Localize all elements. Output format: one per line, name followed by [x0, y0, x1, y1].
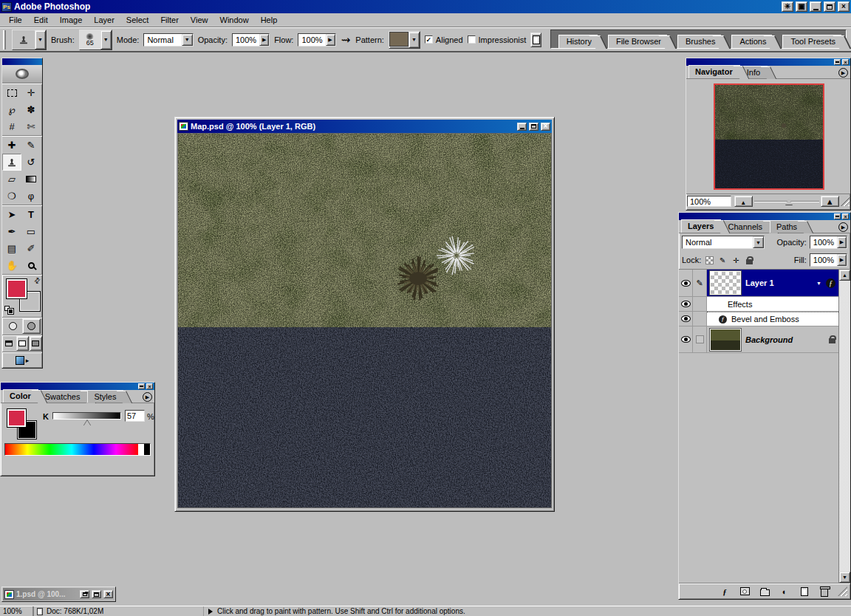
delete-layer-button[interactable]	[818, 586, 831, 597]
fullscreen-menubar-mode-button[interactable]	[16, 336, 29, 351]
impressionist-checkbox[interactable]	[468, 35, 476, 44]
k-channel-slider[interactable]	[52, 412, 121, 420]
tool-preset-dropdown-arrow[interactable]: ▼	[35, 30, 46, 49]
doc-minimize-button[interactable]	[517, 123, 527, 131]
scroll-up-button[interactable]: ▲	[839, 270, 850, 281]
layer-row-effects[interactable]: Effects	[679, 297, 838, 312]
status-doc-info-wrap[interactable]: Doc: 768K/1,02M	[34, 606, 204, 616]
lock-position-button[interactable]: ✛	[731, 256, 741, 265]
fullscreen-mode-button[interactable]	[30, 336, 42, 351]
add-layer-style-button[interactable]: ƒ	[718, 586, 731, 597]
layers-close-button[interactable]: ×	[842, 213, 849, 219]
pen-tool[interactable]: ✒	[2, 223, 21, 240]
color-foreground-swatch[interactable]	[7, 408, 27, 428]
new-layer-set-button[interactable]	[758, 586, 771, 597]
default-colors-icon[interactable]	[4, 306, 13, 314]
lasso-tool[interactable]: ℘	[2, 101, 21, 118]
minimized-doc-title-bar[interactable]: 1.psd @ 100... ×	[3, 588, 115, 600]
aux-button-2[interactable]: ▣	[796, 1, 807, 12]
brush-preset-picker[interactable]: 65 ▼	[79, 30, 112, 50]
black-chip[interactable]	[144, 444, 150, 455]
notes-tool[interactable]: ▤	[2, 240, 21, 257]
doc-maximize-button[interactable]	[529, 123, 539, 131]
spectrum-gradient[interactable]	[5, 444, 138, 455]
effects-label[interactable]: Effects	[728, 300, 752, 309]
zoom-tool[interactable]	[21, 257, 41, 274]
well-tab-tool-presets[interactable]: Tool Presets	[782, 35, 841, 48]
navigator-proxy-view[interactable]	[714, 83, 824, 190]
layer1-effects-badge[interactable]: ƒ	[826, 278, 835, 288]
brush-dropdown-arrow[interactable]: ▼	[100, 30, 112, 49]
magic-wand-tool[interactable]: ✽	[21, 101, 41, 118]
layers-opacity-input[interactable]: 100% ▶	[810, 236, 847, 249]
navigator-resize-grip[interactable]	[841, 196, 850, 206]
add-layer-mask-button[interactable]	[738, 586, 751, 597]
effects-visibility-toggle[interactable]	[679, 297, 693, 312]
tab-navigator[interactable]: Navigator	[688, 65, 740, 78]
layer-row-background[interactable]: Background	[679, 326, 838, 353]
flow-spin-arrow[interactable]: ▶	[326, 34, 335, 46]
minidoc-restore-button[interactable]	[80, 590, 89, 598]
menu-item-filter[interactable]: Filter	[154, 14, 184, 26]
navigator-zoom-input[interactable]: 100%	[687, 196, 731, 207]
zoom-in-button[interactable]: ▲	[821, 196, 839, 207]
pattern-picker[interactable]: ▼	[389, 31, 420, 49]
layer1-name[interactable]: Layer 1	[745, 278, 774, 287]
layer-row-bevel-emboss[interactable]: ƒ Bevel and Emboss	[679, 312, 838, 326]
restore-button[interactable]	[824, 1, 835, 12]
navigator-menu-button[interactable]: ▶	[838, 68, 848, 78]
pattern-stamp-tool-active[interactable]	[2, 154, 21, 171]
doc-close-button[interactable]: ×	[541, 123, 550, 131]
background-visibility-toggle[interactable]	[679, 326, 693, 353]
file-browser-toggle-button[interactable]	[530, 32, 541, 47]
opacity-input[interactable]: 100% ▶	[232, 33, 270, 47]
move-tool[interactable]: ✛	[21, 84, 41, 101]
menu-item-view[interactable]: View	[185, 14, 214, 26]
background-thumbnail[interactable]	[710, 329, 741, 351]
standard-mode-button[interactable]	[4, 318, 21, 334]
options-bar-grip[interactable]	[3, 30, 6, 49]
document-title-bar[interactable]: Map.psd @ 100% (Layer 1, RGB) ×	[177, 120, 552, 133]
bevel-visibility-toggle[interactable]	[679, 312, 693, 326]
tab-color[interactable]: Color	[3, 389, 38, 403]
tab-styles[interactable]: Styles	[87, 390, 123, 403]
close-button[interactable]: ×	[838, 1, 850, 12]
well-tab-history[interactable]: History	[558, 35, 598, 48]
jump-to-imageready-button[interactable]: ▸	[2, 352, 42, 368]
navigator-zoom-slider[interactable]	[754, 197, 819, 206]
minimize-button[interactable]	[810, 1, 821, 12]
menu-item-help[interactable]: Help	[255, 14, 284, 26]
type-tool[interactable]: T	[21, 206, 41, 223]
history-brush-tool[interactable]: ↺	[21, 154, 41, 171]
menu-item-select[interactable]: Select	[120, 14, 155, 26]
aligned-option[interactable]: ✓ Aligned	[425, 35, 463, 44]
gradient-tool[interactable]	[21, 171, 41, 188]
opacity-spin-arrow[interactable]: ▶	[259, 34, 269, 46]
blend-mode-select[interactable]: Normal ▼	[682, 236, 765, 249]
swap-colors-icon[interactable]: ⇄	[32, 276, 42, 286]
bevel-emboss-label[interactable]: Bevel and Emboss	[731, 315, 799, 324]
mode-select[interactable]: Normal ▼	[143, 33, 193, 47]
tab-paths[interactable]: Paths	[770, 220, 804, 233]
app-title-bar[interactable]: Ps Adobe Photoshop ✳ ▣ ×	[0, 0, 851, 13]
color-close-button[interactable]: ×	[146, 383, 153, 389]
menu-item-file[interactable]: File	[3, 14, 28, 26]
document-canvas[interactable]	[177, 133, 552, 508]
new-adjustment-layer-button[interactable]: ◐	[778, 586, 791, 597]
aux-button-1[interactable]: ✳	[782, 1, 793, 12]
foreground-color-swatch[interactable]	[6, 278, 27, 299]
navigator-minimize-button[interactable]	[834, 59, 841, 65]
blur-tool[interactable]: ❍	[2, 188, 21, 205]
tool-preset-picker[interactable]: ▼	[12, 30, 47, 50]
layer-row-layer-1[interactable]: ✎ Layer 1 ▼ ƒ	[679, 270, 838, 297]
layers-opacity-spin[interactable]: ▶	[837, 236, 847, 248]
path-selection-tool[interactable]: ➤	[2, 206, 21, 223]
well-tab-file-browser[interactable]: File Browser	[608, 35, 667, 48]
pattern-dropdown-arrow[interactable]: ▼	[409, 32, 420, 48]
crop-tool[interactable]: #	[2, 118, 21, 135]
k-value-input[interactable]: 57	[125, 410, 145, 422]
scroll-down-button[interactable]: ▼	[839, 572, 850, 583]
toolbox-title-bar[interactable]	[2, 58, 42, 65]
toolbox-logo[interactable]	[2, 65, 42, 83]
shape-tool[interactable]: ▭	[21, 223, 41, 240]
